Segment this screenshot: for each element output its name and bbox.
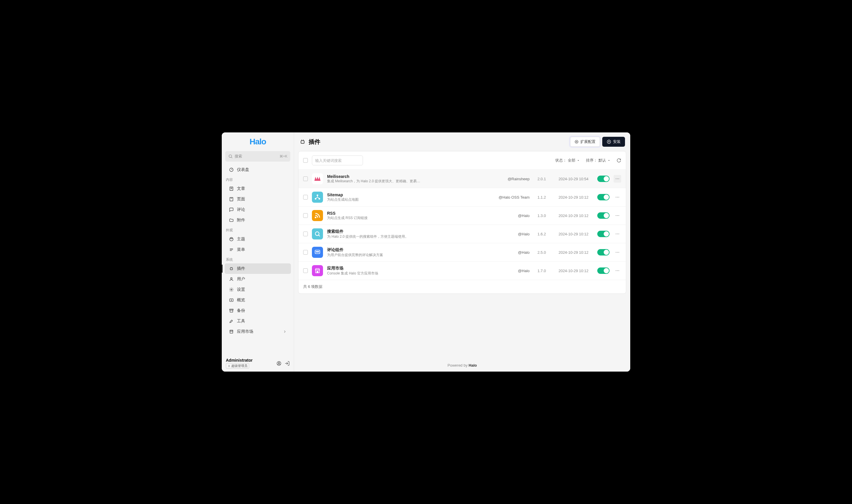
svg-point-0: [229, 155, 232, 158]
nav-plugins[interactable]: 插件: [225, 263, 291, 274]
nav-label: 菜单: [237, 247, 245, 252]
nav-menus[interactable]: 菜单: [225, 245, 291, 255]
nav-themes[interactable]: 主题: [225, 234, 291, 245]
logo[interactable]: Halo: [222, 132, 294, 151]
nav-overview[interactable]: 概览: [225, 295, 291, 305]
plugin-row[interactable]: 评论组件 为用户前台提供完整的评论解决方案 @Halo 2.5.0 2024-1…: [299, 243, 626, 261]
search-shortcut: ⌘+K: [280, 154, 287, 158]
plugin-author[interactable]: @Halo: [489, 250, 530, 255]
more-button[interactable]: [614, 267, 621, 274]
chevron-right-icon: [283, 329, 287, 334]
svg-point-52: [617, 234, 618, 234]
svg-rect-19: [230, 299, 233, 301]
chevron-down-icon: [607, 159, 611, 162]
svg-point-42: [616, 197, 616, 197]
nav-settings[interactable]: 设置: [225, 284, 291, 295]
plugin-row[interactable]: 应用市场 Console 集成 Halo 官方应用市场 @Halo 1.7.0 …: [299, 261, 626, 280]
svg-point-59: [617, 252, 618, 253]
filter-value: 全部: [568, 158, 575, 163]
plugin-time: 2024-10-29 10:12: [554, 269, 593, 273]
page-icon: [229, 197, 234, 201]
enable-toggle[interactable]: [597, 268, 609, 274]
nav-tools[interactable]: 工具: [225, 316, 291, 326]
status-filter[interactable]: 状态： 全部: [555, 158, 580, 163]
nav-users[interactable]: 用户: [225, 274, 291, 284]
plugin-version: 2.5.0: [534, 250, 550, 255]
folder-icon: [229, 218, 234, 222]
plugin-row[interactable]: RSS 为站点生成 RSS 订阅链接 @Halo 1.3.0 2024-10-2…: [299, 206, 626, 224]
refresh-button[interactable]: [617, 158, 621, 163]
enable-toggle[interactable]: [597, 249, 609, 255]
nav-group-content: 内容: [222, 175, 294, 183]
plugin-time: 2024-10-29 10:12: [554, 250, 593, 255]
row-checkbox[interactable]: [303, 177, 308, 181]
gauge-icon: [229, 167, 234, 172]
wrench-icon: [229, 319, 234, 323]
plugin-version: 1.7.0: [534, 269, 550, 273]
plugin-author[interactable]: @Halo: [489, 269, 530, 273]
nav-label: 评论: [237, 207, 245, 212]
plugin-search-input[interactable]: [312, 156, 363, 165]
enable-toggle[interactable]: [597, 194, 609, 200]
nav-attachments[interactable]: 附件: [225, 215, 291, 226]
eye-icon: [229, 298, 234, 303]
more-button[interactable]: [614, 212, 621, 219]
plugin-name: Meilisearch: [327, 174, 485, 179]
enable-toggle[interactable]: [597, 231, 609, 237]
nav-appstore[interactable]: 应用市场: [225, 326, 291, 337]
plugin-row[interactable]: Meilisearch 集成 Meilisearch，为 Halo 2.0 提供…: [299, 169, 626, 188]
plugin-version: 1.6.2: [534, 232, 550, 236]
plugin-time: 2024-10-29 10:12: [554, 232, 593, 236]
nav-comments[interactable]: 评论: [225, 204, 291, 215]
svg-point-17: [231, 278, 232, 279]
svg-point-57: [318, 251, 319, 252]
svg-rect-14: [230, 268, 233, 270]
page-header: 插件 扩展配置 安装: [294, 132, 630, 151]
plugin-icon: [312, 265, 323, 276]
footer-brand[interactable]: Halo: [468, 363, 477, 367]
nav-label: 概览: [237, 298, 245, 303]
more-button[interactable]: [614, 230, 621, 238]
nav-label: 应用市场: [237, 329, 253, 334]
plugin-author[interactable]: @Halo OSS Team: [489, 195, 530, 199]
more-button[interactable]: [614, 249, 621, 256]
global-search[interactable]: 搜索 ⌘+K: [225, 151, 290, 162]
more-button[interactable]: [614, 193, 621, 201]
install-button[interactable]: 安装: [602, 137, 625, 147]
plugin-row[interactable]: Sitemap 为站点生成站点地图 @Halo OSS Team 1.1.2 2…: [299, 188, 626, 206]
page-footer: Powered by Halo: [294, 359, 630, 372]
row-checkbox[interactable]: [303, 250, 308, 255]
plugin-name: RSS: [327, 211, 485, 216]
plugin-name: 应用市场: [327, 266, 485, 271]
plugin-author[interactable]: @Halo: [489, 214, 530, 218]
nav-posts[interactable]: 文章: [225, 183, 291, 194]
nav-label: 设置: [237, 287, 245, 292]
enable-toggle[interactable]: [597, 212, 609, 219]
more-button[interactable]: [614, 175, 621, 183]
svg-point-53: [619, 234, 619, 234]
svg-point-48: [619, 215, 619, 216]
row-checkbox[interactable]: [303, 268, 308, 273]
svg-point-10: [232, 238, 232, 239]
plugin-row[interactable]: 搜索组件 为 Halo 2.0 提供统一的搜索组件，方便主题端使用。 @Halo…: [299, 224, 626, 243]
list-icon: [229, 247, 234, 252]
nav-dashboard[interactable]: 仪表盘: [225, 164, 291, 175]
row-checkbox[interactable]: [303, 213, 308, 218]
plugin-author[interactable]: @Rainsheep: [489, 177, 530, 181]
row-checkbox[interactable]: [303, 232, 308, 236]
nav-pages[interactable]: 页面: [225, 194, 291, 204]
plugin-desc: 为用户前台提供完整的评论解决方案: [327, 253, 429, 257]
nav-backup[interactable]: 备份: [225, 305, 291, 316]
svg-point-18: [231, 289, 232, 290]
plugin-desc: 集成 Meilisearch，为 Halo 2.0 提供更强大、更精确、更易…: [327, 179, 429, 184]
select-all-checkbox[interactable]: [303, 158, 308, 163]
sort-filter[interactable]: 排序： 默认: [586, 158, 611, 163]
row-checkbox[interactable]: [303, 195, 308, 199]
logout-icon[interactable]: [284, 361, 290, 366]
extension-config-button[interactable]: 扩展配置: [570, 137, 600, 147]
profile-icon[interactable]: [276, 361, 282, 366]
enable-toggle[interactable]: [597, 176, 609, 182]
plugin-author[interactable]: @Halo: [489, 232, 530, 236]
svg-point-31: [576, 141, 577, 142]
sidebar-footer: Administrator 超级管理员: [222, 355, 294, 372]
